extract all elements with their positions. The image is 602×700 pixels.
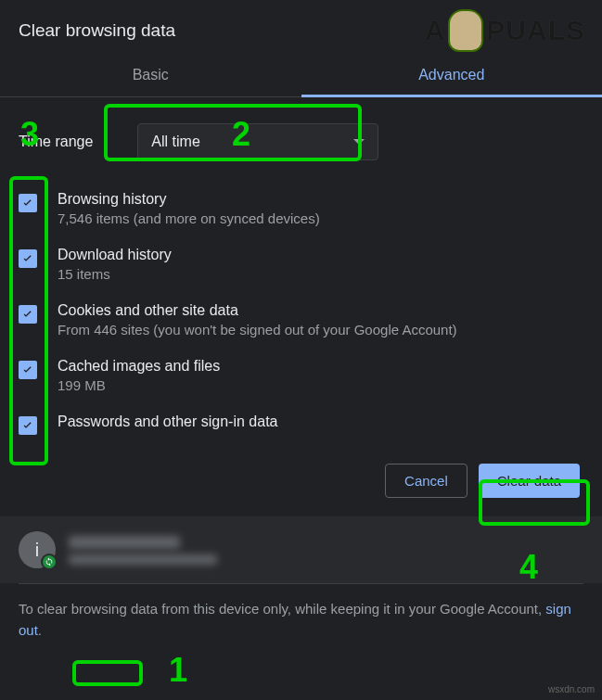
chevron-down-icon: [353, 139, 365, 145]
footer-note: To clear browsing data from this device …: [0, 584, 602, 655]
corner-watermark: wsxdn.com: [548, 684, 595, 694]
avatar: i: [19, 531, 56, 568]
clear-data-button[interactable]: Clear data: [479, 464, 580, 498]
account-strip: i: [0, 516, 602, 583]
options-list: Browsing history 7,546 items (and more o…: [0, 175, 602, 445]
checkbox[interactable]: [19, 305, 37, 324]
dialog-buttons: Cancel Clear data: [0, 445, 602, 516]
time-range-value: All time: [151, 134, 199, 150]
time-range-row: Time range All time: [0, 97, 602, 175]
option-title: Download history: [58, 247, 583, 263]
option-title: Cookies and other site data: [58, 302, 583, 319]
tab-basic[interactable]: Basic: [0, 54, 301, 96]
tab-advanced[interactable]: Advanced: [301, 54, 603, 96]
checkbox[interactable]: [19, 249, 37, 268]
annotation-label-1: 1: [169, 651, 187, 690]
annotation-box-1: [72, 660, 143, 686]
option-sub: From 446 sites (you won't be signed out …: [58, 322, 583, 337]
option-title: Cached images and files: [58, 358, 583, 375]
checkbox[interactable]: [19, 194, 37, 212]
checkbox[interactable]: [19, 416, 37, 435]
option-sub: 7,546 items (and more on synced devices): [58, 210, 583, 226]
checkbox[interactable]: [19, 361, 37, 379]
option-passwords[interactable]: Passwords and other sign-in data: [19, 403, 583, 445]
option-browsing-history[interactable]: Browsing history 7,546 items (and more o…: [19, 181, 583, 236]
avatar-letter: i: [35, 540, 39, 561]
option-sub: 15 items: [58, 266, 583, 282]
footer-text-pre: To clear browsing data from this device …: [19, 601, 545, 617]
tab-bar: Basic Advanced: [0, 54, 602, 97]
option-download-history[interactable]: Download history 15 items: [19, 236, 583, 292]
option-cached[interactable]: Cached images and files 199 MB: [19, 348, 583, 403]
option-sub: 199 MB: [58, 377, 583, 393]
sync-icon: [41, 554, 58, 570]
time-range-label: Time range: [19, 134, 93, 150]
logo-head-icon: [448, 9, 483, 52]
option-cookies[interactable]: Cookies and other site data From 446 sit…: [19, 292, 583, 348]
logo-text-right: PUALS: [486, 15, 585, 46]
logo-text-left: A: [425, 15, 446, 46]
time-range-select[interactable]: All time: [137, 123, 378, 160]
option-title: Passwords and other sign-in data: [58, 414, 583, 430]
option-title: Browsing history: [58, 191, 583, 208]
footer-text-post: .: [38, 622, 42, 638]
cancel-button[interactable]: Cancel: [385, 464, 468, 498]
account-info-blurred: [69, 536, 217, 565]
watermark-logo: A PUALS: [425, 9, 585, 52]
